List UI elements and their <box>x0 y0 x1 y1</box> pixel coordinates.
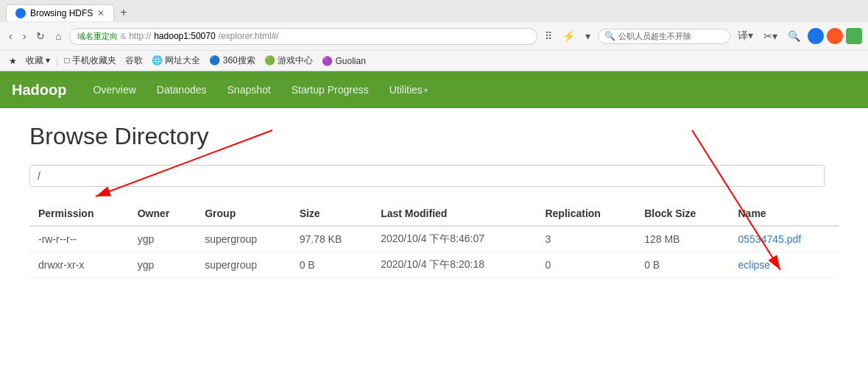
browser-chrome: Browsing HDFS ✕ + ‹ › ↻ ⌂ 域名重定向 & http:/… <box>0 0 868 71</box>
bookmark-mobile[interactable]: □ 手机收藏夹 <box>61 54 119 68</box>
lightning-button[interactable]: ⚡ <box>560 29 578 43</box>
row0-last-modified: 2020/10/4 下午8:46:07 <box>372 226 536 252</box>
row1-block-size: 0 B <box>635 252 729 278</box>
new-tab-button[interactable]: + <box>114 6 133 19</box>
search-icon: 🔍 <box>604 31 615 41</box>
active-tab[interactable]: Browsing HDFS ✕ <box>6 4 114 21</box>
bookmark-star: ★ <box>6 55 20 67</box>
hadoop-nav-links: Overview Datanodes Snapshot Startup Prog… <box>84 79 436 100</box>
tab-close-button[interactable]: ✕ <box>97 8 105 18</box>
col-size: Size <box>291 202 373 226</box>
row1-permission: drwxr-xr-x <box>29 252 129 278</box>
ext-orange-icon[interactable] <box>827 28 843 44</box>
nav-utilities[interactable]: Utilities ▾ <box>381 79 437 100</box>
col-name: Name <box>729 202 839 226</box>
row1-last-modified: 2020/10/4 下午8:20:18 <box>372 252 536 278</box>
path-container <box>29 165 839 187</box>
row0-name-link[interactable]: 05534745.pdf <box>738 233 801 245</box>
table-header-row: Permission Owner Group Size Last Modifie… <box>29 202 839 226</box>
dropdown-button[interactable]: ▾ <box>582 29 593 43</box>
row0-permission: -rw-r--r-- <box>29 226 129 252</box>
table-row: -rw-r--r-- ygp supergroup 97.78 KB 2020/… <box>29 226 839 252</box>
home-button[interactable]: ⌂ <box>52 29 64 43</box>
search-box[interactable]: 🔍 公职人员超生不开除 <box>598 29 730 44</box>
nav-overview[interactable]: Overview <box>84 79 144 100</box>
bookmark-google[interactable]: 谷歌 <box>122 54 146 68</box>
utilities-label: Utilities <box>389 84 423 96</box>
row0-replication: 3 <box>536 226 635 252</box>
back-button[interactable]: ‹ <box>6 29 15 43</box>
ext-green-icon[interactable] <box>846 28 862 44</box>
row1-name-link[interactable]: eclipse <box>738 259 770 271</box>
col-block-size: Block Size <box>635 202 729 226</box>
col-group: Group <box>196 202 290 226</box>
tab-bar: Browsing HDFS ✕ + <box>0 0 868 22</box>
page-title: Browse Directory <box>29 123 839 150</box>
hadoop-brand-label: Hadoop <box>12 82 66 99</box>
col-permission: Permission <box>29 202 129 226</box>
row1-name: eclipse <box>729 252 839 278</box>
table-row: drwxr-xr-x ygp supergroup 0 B 2020/10/4 … <box>29 252 839 278</box>
url-path-part: /explorer.html#/ <box>219 31 279 41</box>
table-body: -rw-r--r-- ygp supergroup 97.78 KB 2020/… <box>29 226 839 278</box>
url-http-part: http:// <box>129 31 151 41</box>
row0-block-size: 128 MB <box>635 226 729 252</box>
directory-table: Permission Owner Group Size Last Modifie… <box>29 202 839 278</box>
hadoop-navbar: Hadoop Overview Datanodes Snapshot Start… <box>0 71 868 108</box>
scissors-button[interactable]: ✂▾ <box>761 29 780 43</box>
col-last-modified: Last Modified <box>372 202 536 226</box>
nav-snapshot[interactable]: Snapshot <box>219 79 280 100</box>
address-bar: ‹ › ↻ ⌂ 域名重定向 & http://hadoop1:50070/exp… <box>0 22 868 50</box>
row1-size: 0 B <box>291 252 373 278</box>
col-owner: Owner <box>129 202 197 226</box>
bookmark-guolian[interactable]: 🟣 Guolian <box>319 55 369 67</box>
url-icon: & <box>121 32 126 40</box>
redirect-label: 域名重定向 <box>77 31 118 42</box>
bookmark-games[interactable]: 🟢 游戏中心 <box>261 54 316 68</box>
row1-owner: ygp <box>129 252 197 278</box>
url-input-box[interactable]: 域名重定向 & http://hadoop1:50070/explorer.ht… <box>69 28 537 45</box>
reload-button[interactable]: ↻ <box>33 29 48 43</box>
bookmark-wangzhi[interactable]: 🌐 网址大全 <box>149 54 203 68</box>
col-replication: Replication <box>536 202 635 226</box>
bookmark-favorites[interactable]: 收藏 ▾ <box>23 54 53 68</box>
translate-button[interactable]: 译▾ <box>735 28 756 44</box>
forward-button[interactable]: › <box>20 29 29 43</box>
ext-blue-icon[interactable] <box>808 28 824 44</box>
tab-favicon <box>15 8 26 18</box>
search-label: 公职人员超生不开除 <box>618 31 691 42</box>
bookmarks-bar: ★ 收藏 ▾ | □ 手机收藏夹 谷歌 🌐 网址大全 🔵 360搜索 🟢 游戏中… <box>0 50 868 71</box>
row0-owner: ygp <box>129 226 197 252</box>
path-input[interactable] <box>29 165 825 187</box>
tab-title: Browsing HDFS <box>30 8 93 18</box>
bookmark-360[interactable]: 🔵 360搜索 <box>206 54 258 68</box>
row1-group: supergroup <box>196 252 290 278</box>
magnify-button[interactable]: 🔍 <box>785 29 803 43</box>
extension-buttons <box>808 28 862 44</box>
nav-datanodes[interactable]: Datanodes <box>148 79 216 100</box>
page-wrapper: Browse Directory Permission Owner Group … <box>0 108 868 293</box>
row0-size: 97.78 KB <box>291 226 373 252</box>
row0-group: supergroup <box>196 226 290 252</box>
apps-button[interactable]: ⠿ <box>542 29 555 43</box>
nav-startup-progress[interactable]: Startup Progress <box>283 79 378 100</box>
url-host-part: hadoop1:50070 <box>154 31 215 41</box>
row0-name: 05534745.pdf <box>729 226 839 252</box>
utilities-dropdown-arrow: ▾ <box>424 86 428 94</box>
row1-replication: 0 <box>536 252 635 278</box>
table-header: Permission Owner Group Size Last Modifie… <box>29 202 839 226</box>
page-content: Browse Directory Permission Owner Group … <box>0 108 868 293</box>
